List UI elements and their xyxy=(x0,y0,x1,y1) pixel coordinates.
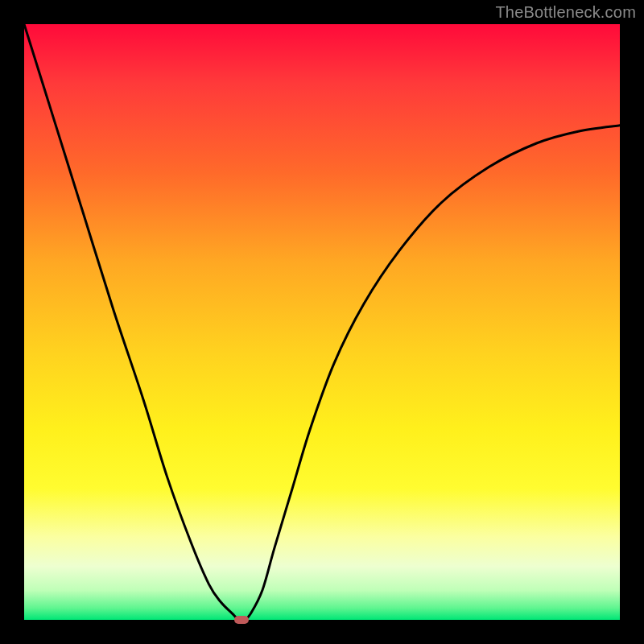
plot-area xyxy=(24,24,620,620)
chart-frame: TheBottleneck.com xyxy=(0,0,644,644)
bottleneck-marker xyxy=(234,616,249,624)
bottleneck-curve xyxy=(24,24,620,620)
attribution-label: TheBottleneck.com xyxy=(495,3,636,22)
